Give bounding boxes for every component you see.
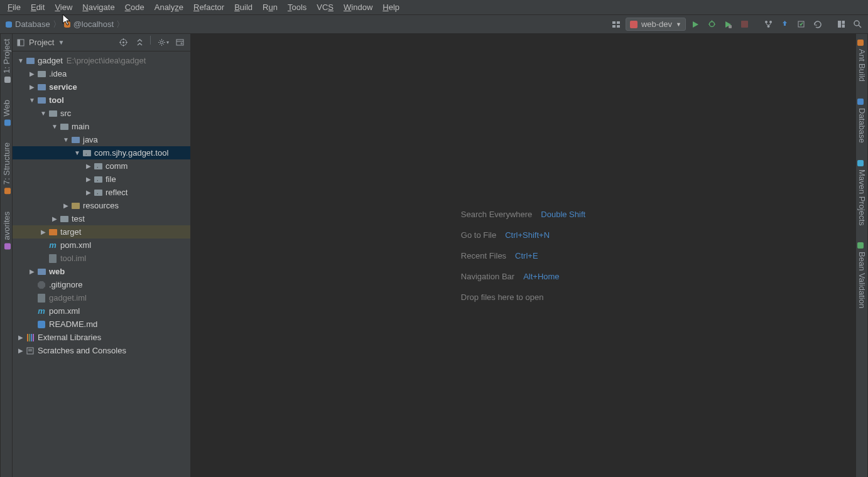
tree-node-pom-xml[interactable]: mpom.xml [13, 304, 190, 318]
left-gutter-avorites[interactable]: avorites [1, 209, 13, 253]
right-gutter-bean-validation[interactable]: Bean Validation [856, 239, 868, 311]
expand-arrow-icon[interactable]: ▶ [16, 334, 25, 341]
breadcrumb-database[interactable]: Database [5, 19, 50, 29]
expand-arrow-icon[interactable]: ▶ [62, 202, 70, 209]
tree-label: gadget [38, 56, 63, 65]
menu-help[interactable]: Help [377, 1, 404, 13]
tree-node-main[interactable]: ▼main [13, 120, 190, 133]
svg-point-6 [709, 22, 714, 27]
folder-icon [59, 214, 69, 224]
panel-settings-button[interactable]: ▾ [156, 36, 170, 50]
menu-refactor[interactable]: Refactor [188, 1, 229, 13]
vcs-branch-button[interactable] [761, 18, 775, 31]
right-gutter-maven-projects[interactable]: Maven Projects [856, 157, 868, 228]
tree-node-gadget-iml[interactable]: gadget.iml [13, 291, 190, 304]
editor-empty-state[interactable]: Search EverywhereDouble ShiftGo to FileC… [191, 34, 855, 477]
search-everywhere-button[interactable] [850, 18, 864, 31]
tree-node-web[interactable]: ▶web [13, 265, 190, 278]
tree-node-test[interactable]: ▶test [13, 212, 190, 225]
maven-icon [858, 159, 865, 167]
bean-icon [858, 242, 865, 249]
hint-label: Recent Files [461, 251, 506, 260]
expand-arrow-icon[interactable]: ▶ [84, 163, 93, 169]
tree-node--gitignore[interactable]: .gitignore [13, 278, 190, 291]
expand-arrow-icon[interactable]: ▼ [16, 57, 25, 64]
expand-arrow-icon[interactable]: ▶ [28, 268, 36, 275]
svg-rect-3 [617, 21, 620, 24]
tree-label: README.md [49, 319, 97, 329]
expand-arrow-icon[interactable]: ▼ [28, 97, 36, 104]
expand-arrow-icon[interactable]: ▼ [39, 110, 48, 117]
tree-label: service [49, 82, 77, 92]
breadcrumb-localhost[interactable]: @localhost [63, 19, 114, 29]
ant-icon [858, 39, 865, 46]
tree-node-com-sjhy-gadget-tool[interactable]: ▼com.sjhy.gadget.tool [13, 146, 190, 159]
left-gutter-7--structure[interactable]: 7: Structure [1, 140, 13, 197]
expand-arrow-icon[interactable]: ▶ [28, 70, 36, 77]
right-gutter-database[interactable]: Database [856, 95, 868, 146]
right-gutter-ant-build[interactable]: Ant Build [856, 36, 868, 84]
tree-node-pom-xml[interactable]: mpom.xml [13, 238, 190, 252]
menu-navigate[interactable]: Navigate [77, 1, 119, 13]
tree-node-external-libraries[interactable]: ▶External Libraries [13, 331, 190, 344]
tree-node-gadget[interactable]: ▼gadgetE:\project\idea\gadget [13, 54, 190, 67]
chevron-down-icon: ▼ [676, 21, 681, 28]
vcs-history-button[interactable] [810, 18, 824, 31]
tree-node--idea[interactable]: ▶.idea [13, 67, 190, 80]
database-icon [5, 21, 13, 28]
tree-node-file[interactable]: ▶file [13, 173, 190, 186]
expand-arrow-icon[interactable]: ▶ [39, 228, 48, 235]
tree-node-readme-md[interactable]: README.md [13, 318, 190, 331]
expand-arrow-icon[interactable]: ▶ [84, 189, 93, 196]
menu-file[interactable]: File [3, 1, 26, 13]
toggle-presentation-icon[interactable] [609, 18, 623, 31]
expand-arrow-icon[interactable]: ▼ [62, 136, 70, 143]
tree-node-src[interactable]: ▼src [13, 107, 190, 120]
tree-node-target[interactable]: ▶target [13, 225, 190, 238]
tree-node-java[interactable]: ▼java [13, 133, 190, 146]
expand-arrow-icon[interactable]: ▶ [16, 347, 25, 354]
tree-node-reflect[interactable]: ▶reflect [13, 186, 190, 199]
project-structure-button[interactable] [834, 18, 848, 31]
menu-edit[interactable]: Edit [26, 1, 50, 13]
expand-arrow-icon[interactable]: ▶ [84, 176, 93, 183]
right-tool-gutter: Ant BuildDatabaseMaven ProjectsBean Vali… [855, 34, 868, 477]
tree-node-service[interactable]: ▶service [13, 80, 190, 94]
tree-node-resources[interactable]: ▶resources [13, 199, 190, 212]
tree-node-comm[interactable]: ▶comm [13, 159, 190, 173]
collapse-all-button[interactable] [133, 36, 146, 50]
vcs-update-button[interactable] [778, 18, 791, 31]
chevron-down-icon: ▼ [58, 39, 64, 46]
package-icon [82, 148, 92, 158]
menu-vcs[interactable]: VCS [312, 1, 339, 13]
run-button[interactable] [688, 18, 702, 31]
debug-button[interactable] [705, 18, 719, 31]
tree-node-tool-iml[interactable]: tool.iml [13, 252, 190, 265]
tree-node-scratches-and-consoles[interactable]: ▶Scratches and Consoles [13, 344, 190, 357]
expand-arrow-icon[interactable]: ▶ [28, 83, 36, 90]
expand-arrow-icon[interactable]: ▼ [73, 149, 82, 156]
svg-rect-42 [857, 160, 864, 166]
expand-arrow-icon[interactable]: ▼ [50, 123, 59, 130]
menu-tools[interactable]: Tools [283, 1, 312, 13]
menu-code[interactable]: Code [120, 1, 149, 13]
tree-node-tool[interactable]: ▼tool [13, 94, 190, 107]
project-view-selector[interactable]: Project ▼ [16, 38, 64, 47]
expand-arrow-icon[interactable]: ▶ [50, 215, 59, 222]
locate-file-button[interactable] [116, 36, 130, 50]
left-gutter-web[interactable]: Web [1, 97, 13, 129]
svg-rect-34 [176, 40, 183, 45]
menu-run[interactable]: Run [258, 1, 283, 13]
menu-view[interactable]: View [50, 1, 77, 13]
menu-build[interactable]: Build [229, 1, 258, 13]
left-gutter-1--project[interactable]: 1: Project [1, 36, 13, 86]
hide-panel-button[interactable] [173, 36, 187, 50]
datasource-icon [63, 21, 71, 28]
menu-window[interactable]: Window [339, 1, 377, 13]
run-configuration-selector[interactable]: web-dev ▼ [626, 18, 686, 31]
project-tree[interactable]: ▼gadgetE:\project\idea\gadget▶.idea▶serv… [13, 51, 190, 477]
menu-analyze[interactable]: Analyze [149, 1, 188, 13]
vcs-commit-button[interactable] [794, 18, 808, 31]
run-coverage-button[interactable] [721, 18, 735, 31]
svg-rect-18 [842, 24, 845, 28]
